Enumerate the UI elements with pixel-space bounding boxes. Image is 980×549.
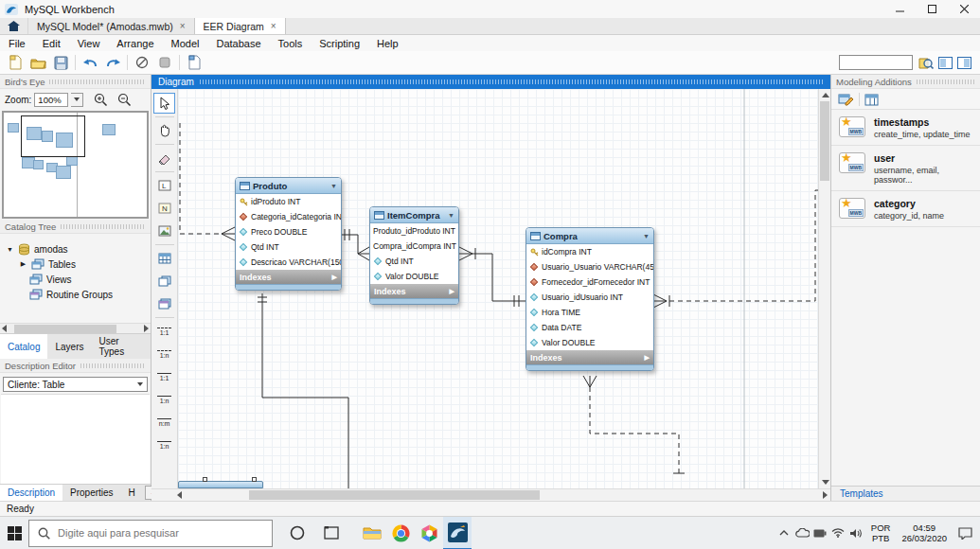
tree-item-routine-groups[interactable]: Routine Groups [0,287,151,302]
volume-icon[interactable] [848,517,864,549]
chevron-down-icon[interactable]: ▼ [448,212,454,219]
column-row[interactable]: Data DATE [526,320,653,335]
birdseye-map[interactable] [2,111,149,219]
open-model-button[interactable] [27,53,49,73]
image-tool[interactable] [153,221,175,241]
tab-user-types[interactable]: User Types [91,334,151,359]
indexes-section[interactable]: Indexes▶ [370,284,458,298]
redo-button[interactable] [101,53,124,73]
table-tool[interactable] [153,248,175,269]
menu-arrange[interactable]: Arrange [108,38,162,49]
scroll-right-icon[interactable] [144,325,149,332]
column-row[interactable]: Usuario_Usuario VARCHAR(45) [526,259,653,274]
maximize-button[interactable] [916,0,948,18]
find-icon[interactable] [918,56,934,70]
column-row[interactable]: Categoria_idCategoria INT [236,209,341,224]
partial-table[interactable] [178,481,263,488]
undo-button[interactable] [79,53,101,73]
indexes-section[interactable]: Indexes▶ [236,270,341,284]
pan-tool[interactable] [153,120,175,141]
menu-tools[interactable]: Tools [270,38,312,49]
column-row[interactable]: Valor DOUBLE [370,269,458,284]
diagram-vertical-scrollbar[interactable] [818,89,830,488]
tab-properties[interactable]: Properties [62,485,121,501]
zoom-value-box[interactable]: 100% [34,93,68,107]
tab-layers[interactable]: Layers [47,334,91,359]
tab-history[interactable]: H [121,485,143,501]
toggle-right-panel-icon[interactable] [957,57,971,69]
taskbar-search-box[interactable] [28,520,273,547]
template-item-timestamps[interactable]: ★MWB timestamps create_time, update_time [831,110,980,146]
rel-1-n-existing-columns-tool[interactable]: 1:n [153,434,175,455]
close-button[interactable] [948,0,980,18]
scrollbar-thumb[interactable] [14,325,116,333]
column-row[interactable]: Fornecedor_idFornecedor INT [526,274,653,290]
column-row[interactable]: Usuario_idUsuario INT [526,290,653,305]
save-model-button[interactable] [49,53,72,73]
column-row[interactable]: idCompra INT [526,244,653,259]
zoom-in-icon[interactable] [94,93,109,107]
file-explorer-button[interactable] [358,517,386,549]
mysql-workbench-taskbar-button[interactable] [443,517,472,549]
scroll-up-icon[interactable] [822,93,829,97]
diagram-canvas[interactable]: Produto ▼ idProduto INT Categoria_idCate… [178,89,818,488]
note-tool[interactable]: N [153,198,175,219]
action-center-button[interactable] [953,517,976,549]
template-item-user[interactable]: ★MWB user username, email, passwor... [831,146,980,191]
clock[interactable]: 04:59 26/03/2020 [897,522,952,544]
cortana-button[interactable] [284,517,311,549]
device-icon[interactable] [812,517,829,549]
rel-1-1-identifying-tool[interactable]: 1:1 [153,366,175,387]
new-template-icon[interactable] [864,93,879,106]
task-view-button[interactable] [318,517,345,549]
selection-anchor[interactable] [252,477,257,482]
close-icon[interactable]: × [271,21,276,31]
tab-catalog[interactable]: Catalog [0,334,47,359]
zoom-dropdown-button[interactable] [71,93,83,107]
no-tool-button[interactable] [131,53,153,73]
tree-expanded-icon[interactable]: ▼ [6,246,14,253]
table-compra[interactable]: Compra ▼ idCompra INT Usuario_Usuario VA… [526,227,654,371]
new-diagram-button[interactable] [183,53,205,73]
scroll-down-icon[interactable] [822,480,829,485]
column-row[interactable]: Descricao VARCHAR(150) [236,255,341,270]
taskbar-search-input[interactable] [58,527,263,539]
menu-view[interactable]: View [69,38,109,49]
indexes-section[interactable]: Indexes▶ [526,350,653,364]
wifi-icon[interactable] [830,517,846,549]
rel-1-n-identifying-tool[interactable]: 1:n [153,389,175,410]
catalog-horizontal-scrollbar[interactable] [0,323,151,333]
menu-model[interactable]: Model [163,38,208,49]
menu-database[interactable]: Database [207,38,269,49]
scrollbar-thumb[interactable] [820,101,829,181]
description-object-select[interactable]: Cliente: Table [3,377,148,392]
menu-edit[interactable]: Edit [34,38,69,49]
zoom-out-icon[interactable] [117,93,133,107]
start-button[interactable] [0,517,28,549]
menu-help[interactable]: Help [368,38,407,49]
tray-chevron-up-icon[interactable] [776,517,793,549]
chevron-down-icon[interactable]: ▼ [330,183,337,189]
table-itemcompra[interactable]: ItemCompra ▼ Produto_idProduto INT Compr… [369,206,459,305]
chevron-down-icon[interactable]: ▼ [643,233,650,239]
description-text-area[interactable] [1,394,150,484]
home-tab[interactable] [0,18,28,34]
chrome-button[interactable] [386,517,415,549]
rel-n-m-identifying-tool[interactable]: n:m [153,412,175,433]
column-row[interactable]: Valor DOUBLE [526,335,653,350]
table-header[interactable]: ItemCompra ▼ [370,207,458,223]
scroll-left-icon[interactable] [2,325,7,332]
scroll-right-icon[interactable] [823,491,828,499]
scrollbar-thumb[interactable] [249,490,540,500]
tree-item-tables[interactable]: ▶ Tables [0,257,151,272]
tab-mysql-model[interactable]: MySQL Model* (Amodas.mwb) × [28,18,194,34]
birdseye-viewport[interactable] [21,115,85,157]
layer-tool[interactable]: L [153,175,175,196]
select-tool[interactable] [153,93,175,114]
table-header[interactable]: Compra ▼ [526,228,653,244]
search-input[interactable] [839,55,913,70]
new-model-button[interactable] [4,53,27,73]
template-item-category[interactable]: ★MWB category category_id, name [831,191,980,227]
column-row[interactable]: Produto_idProduto INT [370,223,458,239]
table-header[interactable]: Produto ▼ [236,178,341,194]
